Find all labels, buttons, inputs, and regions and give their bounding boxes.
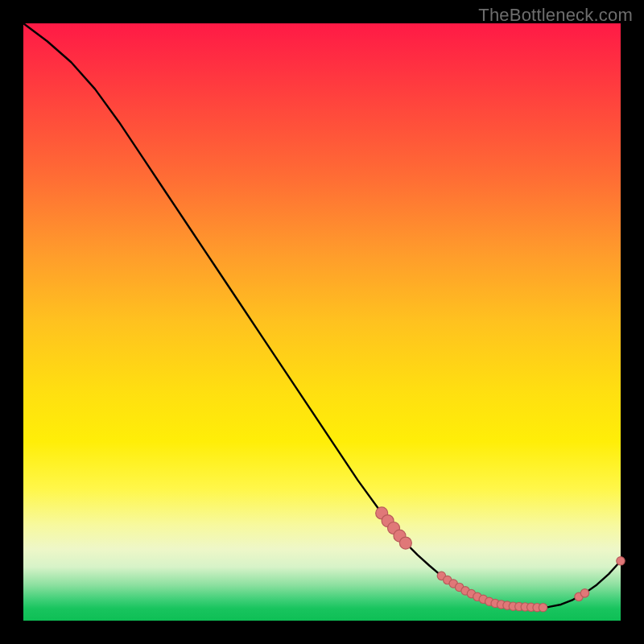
- marker-point: [539, 603, 547, 611]
- marker-point: [580, 589, 588, 597]
- bottleneck-curve: [23, 23, 621, 608]
- marker-point: [399, 537, 411, 549]
- highlight-markers: [376, 507, 625, 612]
- marker-point: [617, 557, 625, 565]
- chart-frame: TheBottleneck.com: [0, 0, 644, 644]
- chart-svg: [23, 23, 621, 621]
